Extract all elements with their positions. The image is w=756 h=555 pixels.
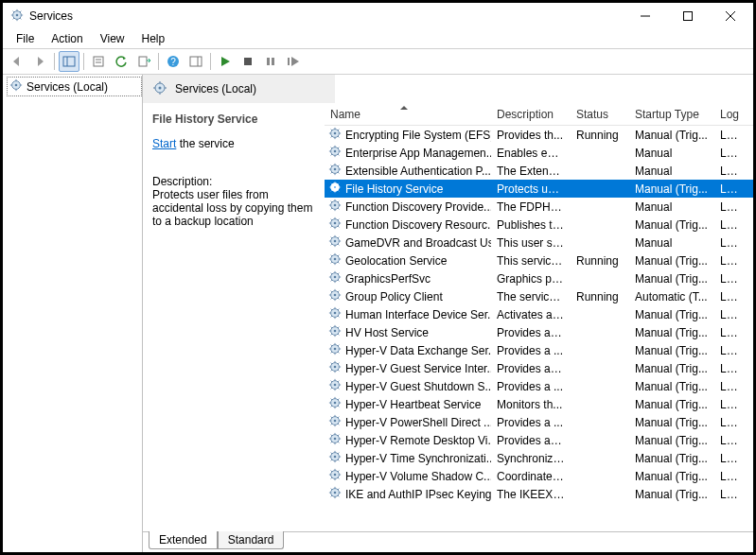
service-row[interactable]: Hyper-V Heartbeat ServiceMonitors th...M…: [325, 395, 753, 413]
show-hide-tree-button[interactable]: [59, 51, 79, 72]
service-row[interactable]: File History ServiceProtects use...Manua…: [325, 180, 753, 198]
svg-line-238: [331, 477, 332, 478]
service-startup: Manual (Trig...: [629, 488, 714, 501]
svg-line-156: [331, 327, 332, 328]
tree-item-label: Services (Local): [26, 80, 108, 94]
menu-view[interactable]: View: [93, 30, 132, 47]
service-row[interactable]: Function Discovery Resourc...Publishes t…: [325, 216, 753, 234]
svg-line-249: [338, 489, 339, 490]
svg-line-139: [338, 291, 339, 292]
service-name: Encrypting File System (EFS): [345, 129, 491, 142]
service-row[interactable]: Hyper-V Volume Shadow C...Coordinates...…: [325, 467, 753, 485]
service-row[interactable]: GraphicsPerfSvcGraphics pe...Manual (Tri…: [325, 269, 753, 287]
svg-line-147: [338, 316, 339, 317]
stop-service-button[interactable]: [237, 51, 258, 72]
service-row[interactable]: Hyper-V Time Synchronizati...Synchronize…: [325, 449, 753, 467]
menu-action[interactable]: Action: [44, 30, 90, 47]
gear-icon: [328, 432, 342, 448]
grid-header[interactable]: Name Description Status Startup Type Log: [325, 103, 753, 126]
service-row[interactable]: Geolocation ServiceThis service ...Runni…: [325, 251, 753, 269]
svg-line-237: [338, 477, 339, 478]
service-description: Provides an ...: [491, 326, 571, 339]
refresh-button[interactable]: [111, 51, 132, 72]
start-service-link[interactable]: Start: [152, 137, 176, 150]
svg-line-148: [331, 316, 332, 317]
svg-line-157: [338, 334, 339, 335]
service-description: This service ...: [491, 254, 571, 268]
pause-service-button[interactable]: [260, 51, 281, 72]
service-logon: Loca: [714, 254, 748, 268]
services-grid[interactable]: Name Description Status Startup Type Log…: [325, 103, 753, 531]
tab-extended[interactable]: Extended: [149, 531, 218, 549]
pane-title: Services (Local): [175, 82, 256, 95]
console-tree[interactable]: Services (Local): [3, 75, 143, 552]
service-row[interactable]: Enterprise App Managemen...Enables ent..…: [325, 144, 753, 162]
service-startup: Manual (Trig...: [629, 272, 714, 286]
service-name: GameDVR and Broadcast Us...: [345, 236, 491, 250]
svg-line-226: [331, 453, 332, 454]
svg-line-188: [331, 388, 332, 389]
service-description: Provides an ...: [491, 362, 571, 375]
svg-rect-26: [272, 58, 274, 65]
service-row[interactable]: Group Policy ClientThe service i...Runni…: [325, 287, 753, 305]
service-startup: Manual (Trig...: [629, 308, 714, 321]
show-hide-action-pane-button[interactable]: [185, 51, 206, 72]
column-description[interactable]: Description: [491, 108, 571, 121]
forward-button[interactable]: [29, 51, 50, 72]
help-button[interactable]: ?: [163, 51, 184, 72]
start-service-button[interactable]: [215, 51, 236, 72]
service-row[interactable]: Hyper-V Guest Shutdown S...Provides a ..…: [325, 377, 753, 395]
tab-standard[interactable]: Standard: [218, 531, 285, 549]
service-name: Hyper-V PowerShell Direct ...: [345, 416, 491, 429]
svg-line-229: [338, 453, 339, 454]
restart-service-button[interactable]: [283, 51, 304, 72]
service-row[interactable]: Encrypting File System (EFS)Provides th.…: [325, 126, 753, 144]
back-button[interactable]: [7, 51, 27, 72]
menu-file[interactable]: File: [9, 30, 42, 47]
service-row[interactable]: HV Host ServiceProvides an ...Manual (Tr…: [325, 323, 753, 341]
column-startup-type[interactable]: Startup Type: [629, 108, 714, 121]
svg-line-68: [331, 172, 332, 173]
gear-icon: [328, 252, 342, 269]
service-row[interactable]: GameDVR and Broadcast Us...This user ser…: [325, 234, 753, 251]
minimize-button[interactable]: [624, 3, 666, 29]
properties-button[interactable]: [88, 51, 109, 72]
column-name[interactable]: Name: [325, 108, 491, 121]
menu-help[interactable]: Help: [134, 30, 173, 47]
service-row[interactable]: Extensible Authentication P...The Extens…: [325, 162, 753, 180]
service-name: Human Interface Device Ser...: [345, 308, 491, 321]
menubar: File Action View Help: [3, 29, 753, 48]
service-row[interactable]: Hyper-V PowerShell Direct ...Provides a …: [325, 413, 753, 431]
service-row[interactable]: IKE and AuthIP IPsec Keying...The IKEEXT…: [325, 485, 753, 503]
pane-header: Services (Local): [143, 75, 335, 103]
service-row[interactable]: Human Interface Device Ser...Activates a…: [325, 305, 753, 323]
service-logon: Loca: [714, 380, 748, 393]
export-button[interactable]: [133, 51, 154, 72]
svg-line-136: [331, 291, 332, 292]
svg-line-99: [338, 219, 339, 220]
svg-point-211: [334, 438, 337, 441]
svg-line-218: [331, 442, 332, 442]
gear-icon: [328, 127, 342, 143]
svg-line-228: [331, 460, 332, 460]
app-icon: [10, 9, 24, 25]
titlebar: Services: [3, 3, 753, 29]
service-logon: Loca: [714, 129, 748, 142]
service-row[interactable]: Hyper-V Data Exchange Ser...Provides a .…: [325, 341, 753, 359]
column-logon[interactable]: Log: [714, 108, 748, 121]
service-row[interactable]: Hyper-V Remote Desktop Vi...Provides a p…: [325, 431, 753, 449]
column-status[interactable]: Status: [571, 108, 629, 121]
tree-item-services-local[interactable]: Services (Local): [7, 77, 142, 96]
svg-line-116: [331, 255, 332, 256]
svg-point-91: [334, 222, 337, 225]
service-startup: Automatic (T...: [629, 290, 714, 304]
grid-body[interactable]: Encrypting File System (EFS)Provides th.…: [325, 126, 753, 531]
close-button[interactable]: [709, 3, 751, 29]
service-description: Provides a ...: [491, 344, 571, 357]
service-startup: Manual: [629, 147, 714, 160]
service-description: Protects use...: [491, 182, 571, 196]
service-row[interactable]: Function Discovery Provide...The FDPHO..…: [325, 198, 753, 216]
gear-icon: [328, 288, 342, 304]
maximize-button[interactable]: [666, 3, 709, 29]
service-row[interactable]: Hyper-V Guest Service Inter...Provides a…: [325, 359, 753, 377]
